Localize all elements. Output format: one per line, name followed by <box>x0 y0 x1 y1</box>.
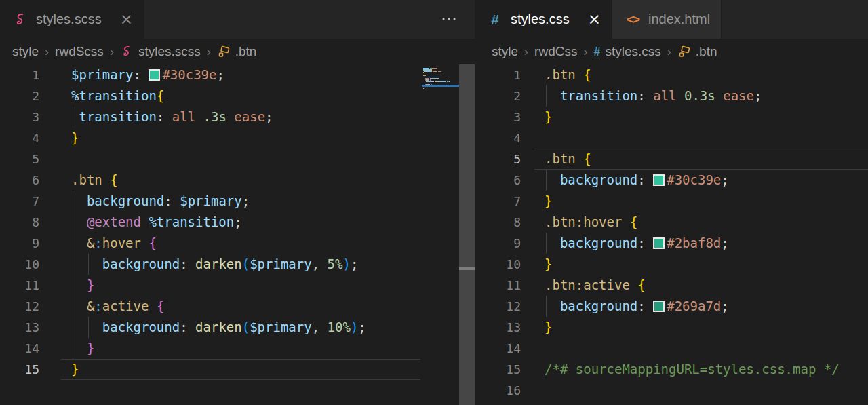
sass-icon <box>120 45 134 58</box>
token <box>545 172 560 187</box>
code-line[interactable]: 8.btn:hover { <box>475 212 868 233</box>
tab-index-html[interactable]: <> index.html <box>612 0 722 39</box>
code-text: background: #30c39e; <box>521 170 729 191</box>
line-number: 6 <box>0 170 39 191</box>
breadcrumb-item-styles-scss[interactable]: styles.scss <box>120 44 201 59</box>
code-line[interactable]: 11.btn:active { <box>475 275 868 296</box>
token <box>71 256 102 271</box>
breadcrumb-item--btn[interactable]: .btn <box>677 44 717 59</box>
code-line[interactable]: 10 background: darken($primary, 5%); <box>0 254 475 275</box>
token: background <box>560 235 637 250</box>
code-editor-left[interactable]: 1$primary: #30c39e;2%transition{3 transi… <box>0 64 475 405</box>
breadcrumb-item-styles-css[interactable]: #styles.css <box>593 44 660 59</box>
code-line[interactable]: 6 background: #30c39e; <box>475 170 868 191</box>
code-line[interactable]: 5 <box>0 149 475 170</box>
code-line[interactable]: 10} <box>475 254 868 275</box>
breadcrumb-item-rwdscss[interactable]: rwdScss <box>55 44 104 59</box>
breadcrumb-item--btn[interactable]: .btn <box>217 44 257 59</box>
code-line[interactable]: 4} <box>0 128 475 149</box>
color-swatch[interactable] <box>653 174 665 186</box>
token: { <box>583 151 591 166</box>
more-actions-button[interactable]: ⋯ <box>441 9 458 28</box>
code-text: &:hover { <box>39 233 157 254</box>
code-line[interactable]: 16 <box>475 380 868 401</box>
token: ; <box>265 109 273 124</box>
line-number: 12 <box>475 296 521 317</box>
code-line[interactable]: 12 &:active { <box>0 296 475 317</box>
code-line[interactable]: 3 transition: all .3s ease; <box>0 107 475 128</box>
breadcrumb-item-style[interactable]: style <box>492 44 518 59</box>
token <box>545 88 560 103</box>
token <box>646 172 653 187</box>
token <box>141 235 149 250</box>
code-line[interactable]: 12 background: #269a7d; <box>475 296 868 317</box>
code-line[interactable]: 8 @extend %transition; <box>0 212 475 233</box>
code-text: .btn { <box>521 149 591 170</box>
token <box>545 298 560 313</box>
breadcrumb-item-style[interactable]: style <box>12 44 39 59</box>
token: ; <box>754 88 762 103</box>
tab-styles-css[interactable]: # styles.css × <box>475 0 612 39</box>
code-text: transition: all .3s ease; <box>39 107 273 128</box>
code-line[interactable]: 1$primary: #30c39e; <box>0 64 475 85</box>
token <box>71 193 87 208</box>
code-line[interactable]: 3} <box>475 107 868 128</box>
color-swatch[interactable] <box>149 69 160 81</box>
code-line[interactable]: 15} <box>0 359 475 380</box>
color-swatch[interactable] <box>653 237 665 249</box>
token: : <box>576 214 583 229</box>
token: ; <box>217 67 224 82</box>
code-line[interactable]: 7 background: $primary; <box>0 191 475 212</box>
code-line[interactable]: 2 transition: all 0.3s ease; <box>475 85 868 107</box>
line-number: 4 <box>475 128 521 149</box>
tab-styles-scss[interactable]: styles.scss × <box>0 0 144 39</box>
line-number: 9 <box>0 233 39 254</box>
token: #2baf8d <box>667 235 721 250</box>
code-line[interactable]: 1.btn { <box>475 64 868 85</box>
code-line[interactable]: 9 background: #2baf8d; <box>475 233 868 254</box>
code-line[interactable]: 13} <box>475 317 868 338</box>
token: { <box>583 67 591 82</box>
code-line[interactable]: 14 <box>475 338 868 359</box>
code-line[interactable]: 6.btn { <box>0 170 475 191</box>
line-number: 4 <box>0 128 39 149</box>
token: ; <box>242 193 250 208</box>
token: : <box>94 235 102 250</box>
code-line[interactable]: 14 } <box>0 338 475 359</box>
line-number: 15 <box>0 359 39 380</box>
minimap-token <box>439 77 439 78</box>
split-sash[interactable] <box>459 64 475 405</box>
breadcrumb-item-rwdcss[interactable]: rwdCss <box>534 44 577 59</box>
code-line[interactable]: 5.btn { <box>475 149 868 170</box>
breadcrumb-label: style <box>492 44 518 59</box>
sash-handle[interactable] <box>459 267 475 270</box>
code-line[interactable]: 4 <box>475 128 868 149</box>
code-line[interactable]: 15/*# sourceMappingURL=styles.css.map */ <box>475 359 868 380</box>
token: background <box>102 320 180 334</box>
code-line[interactable]: 9 &:hover { <box>0 233 475 254</box>
code-text: background: darken($primary, 5%); <box>39 254 358 275</box>
token: 10% <box>328 320 351 334</box>
token: background <box>560 172 637 187</box>
token: ( <box>242 256 250 271</box>
code-line[interactable]: 11 } <box>0 275 475 296</box>
close-icon[interactable]: × <box>588 12 601 27</box>
token: : <box>637 88 645 103</box>
breadcrumb-label: rwdScss <box>55 44 104 59</box>
code-text: } <box>39 359 79 380</box>
line-number: 1 <box>0 64 39 85</box>
code-line[interactable]: 2%transition{ <box>0 85 475 107</box>
token: $primary <box>71 67 134 82</box>
color-swatch[interactable] <box>653 301 665 312</box>
code-line[interactable]: 13 background: darken($primary, 10%); <box>0 317 475 338</box>
code-editor-right[interactable]: 1.btn {2 transition: all 0.3s ease;3}45.… <box>475 64 868 405</box>
css-icon: # <box>487 12 503 28</box>
token <box>622 214 629 229</box>
line-number: 1 <box>475 64 521 85</box>
line-number: 5 <box>475 149 521 170</box>
close-icon[interactable]: × <box>120 12 133 27</box>
token: } <box>87 277 94 292</box>
code-line[interactable]: 7} <box>475 191 868 212</box>
code-text: .btn { <box>521 64 591 85</box>
minimap-token <box>425 87 425 88</box>
